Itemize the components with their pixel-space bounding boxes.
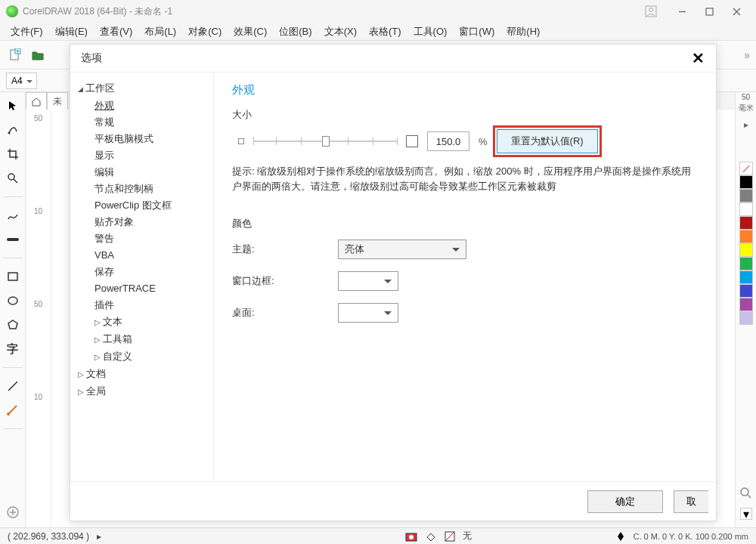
statusbar: ( 202.969, 333.094 ) ▸ 无 C. 0 M. 0 Y. 0 … bbox=[0, 527, 756, 544]
swatch-none[interactable] bbox=[739, 162, 753, 175]
minimize-button[interactable] bbox=[668, 2, 696, 20]
cancel-button[interactable]: 取 bbox=[674, 490, 708, 513]
maximize-button[interactable] bbox=[696, 2, 723, 20]
swatch[interactable] bbox=[739, 311, 753, 325]
size-value-input[interactable]: 150.0 bbox=[427, 131, 469, 151]
tree-vba[interactable]: VBA bbox=[78, 247, 210, 264]
tree-global[interactable]: 全局 bbox=[78, 383, 210, 400]
svg-point-17 bbox=[7, 413, 10, 416]
status-nofill-icon bbox=[445, 531, 455, 542]
swatch[interactable] bbox=[739, 243, 753, 257]
connector-tool-icon[interactable] bbox=[4, 401, 22, 419]
dialog-close-button[interactable]: ✕ bbox=[690, 51, 705, 66]
tree-powerclip[interactable]: PowerClip 图文框 bbox=[78, 197, 210, 214]
text-tool-icon[interactable]: 字 bbox=[4, 340, 22, 358]
cursor-coords: ( 202.969, 333.094 ) bbox=[8, 531, 89, 542]
tree-toolbox[interactable]: 工具箱 bbox=[78, 331, 210, 348]
tree-general[interactable]: 常规 bbox=[78, 114, 210, 131]
menu-text[interactable]: 文本(X) bbox=[318, 25, 363, 39]
content-heading: 外观 bbox=[232, 83, 698, 97]
paper-size-select[interactable]: A4 bbox=[6, 73, 37, 89]
zoom-fit-icon[interactable] bbox=[739, 487, 753, 503]
tree-snap[interactable]: 贴齐对象 bbox=[78, 214, 210, 230]
tree-plugins[interactable]: 插件 bbox=[78, 297, 210, 314]
tree-customize[interactable]: 自定义 bbox=[78, 348, 210, 366]
toolbar-overflow-icon[interactable]: » bbox=[744, 49, 750, 61]
tree-save[interactable]: 保存 bbox=[78, 264, 210, 280]
add-page-icon[interactable] bbox=[4, 503, 22, 521]
tree-workspace[interactable]: 工作区 bbox=[78, 80, 210, 97]
tree-edit[interactable]: 编辑 bbox=[78, 164, 210, 181]
swatch[interactable] bbox=[739, 175, 753, 189]
tree-display[interactable]: 显示 bbox=[78, 147, 210, 164]
tree-appearance[interactable]: 外观 bbox=[78, 97, 210, 114]
status-play-icon[interactable]: ▸ bbox=[97, 531, 101, 542]
status-cmyk: C. 0 M. 0 Y. 0 K. 100 0.200 mm bbox=[634, 532, 748, 541]
line-tool-icon[interactable] bbox=[4, 377, 22, 395]
right-expand-icon[interactable]: ▸ bbox=[744, 119, 748, 130]
svg-line-22 bbox=[748, 495, 751, 498]
menu-help[interactable]: 帮助(H) bbox=[500, 25, 546, 39]
status-camera-icon[interactable] bbox=[405, 531, 417, 542]
polygon-tool-icon[interactable] bbox=[4, 316, 22, 334]
vertical-ruler: 50 10 50 10 bbox=[26, 110, 51, 527]
swatch[interactable] bbox=[739, 189, 753, 202]
menu-tools[interactable]: 工具(O) bbox=[407, 25, 454, 39]
ruler-num: 50 bbox=[742, 93, 750, 101]
menu-window[interactable]: 窗口(W) bbox=[453, 25, 500, 39]
open-folder-icon[interactable] bbox=[29, 46, 47, 64]
swatch[interactable] bbox=[739, 202, 753, 216]
menu-edit[interactable]: 编辑(E) bbox=[49, 25, 94, 39]
pick-tool-icon[interactable] bbox=[4, 97, 22, 115]
menu-bitmap[interactable]: 位图(B) bbox=[273, 25, 318, 39]
svg-point-10 bbox=[8, 132, 10, 134]
status-fill-icon[interactable] bbox=[425, 531, 437, 542]
swatch[interactable] bbox=[739, 230, 753, 243]
menu-layout[interactable]: 布局(L) bbox=[138, 25, 182, 39]
swatch[interactable] bbox=[739, 216, 753, 230]
border-color-select[interactable] bbox=[338, 271, 398, 291]
shape-tool-icon[interactable] bbox=[4, 121, 22, 139]
theme-label: 主题: bbox=[232, 243, 338, 256]
tree-document[interactable]: 文档 bbox=[78, 366, 210, 383]
zoom-tool-icon[interactable] bbox=[4, 169, 22, 187]
swatch[interactable] bbox=[739, 257, 753, 270]
desktop-label: 桌面: bbox=[232, 306, 338, 320]
doc-tab[interactable]: 未 bbox=[47, 92, 68, 111]
crop-tool-icon[interactable] bbox=[4, 145, 22, 163]
menu-file[interactable]: 文件(F) bbox=[5, 25, 49, 39]
swatch[interactable] bbox=[739, 298, 753, 311]
rectangle-tool-icon[interactable] bbox=[4, 267, 22, 286]
dialog-title: 选项 bbox=[81, 51, 102, 65]
menu-object[interactable]: 对象(C) bbox=[182, 25, 228, 39]
tree-tablet[interactable]: 平板电脑模式 bbox=[78, 131, 210, 147]
user-icon[interactable] bbox=[644, 5, 658, 18]
status-pen-icon[interactable] bbox=[615, 531, 626, 542]
tree-nodes[interactable]: 节点和控制柄 bbox=[78, 181, 210, 197]
tree-text[interactable]: 文本 bbox=[78, 314, 210, 331]
freehand-tool-icon[interactable] bbox=[4, 206, 22, 224]
swatch[interactable] bbox=[739, 270, 753, 284]
artistic-media-icon[interactable] bbox=[4, 230, 22, 249]
tree-powertrace[interactable]: PowerTRACE bbox=[78, 280, 210, 297]
menu-effect[interactable]: 效果(C) bbox=[228, 25, 273, 39]
svg-point-21 bbox=[741, 488, 748, 496]
palette-scroll-icon[interactable]: ▾ bbox=[740, 508, 752, 520]
tree-warnings[interactable]: 警告 bbox=[78, 230, 210, 247]
reset-default-button[interactable]: 重置为默认值(R) bbox=[497, 129, 598, 153]
menu-view[interactable]: 查看(V) bbox=[94, 25, 138, 39]
home-tab[interactable] bbox=[26, 92, 47, 111]
svg-point-11 bbox=[8, 174, 14, 180]
new-doc-icon[interactable] bbox=[6, 46, 24, 64]
desktop-color-select[interactable] bbox=[338, 303, 398, 323]
dialog-footer: 确定 取 bbox=[70, 481, 716, 521]
size-slider[interactable] bbox=[253, 134, 397, 149]
ok-button[interactable]: 确定 bbox=[587, 490, 663, 513]
svg-point-1 bbox=[649, 8, 653, 12]
theme-select[interactable]: 亮体 bbox=[338, 240, 466, 259]
menu-table[interactable]: 表格(T) bbox=[363, 25, 407, 39]
ellipse-tool-icon[interactable] bbox=[4, 292, 22, 310]
close-button[interactable] bbox=[723, 2, 750, 20]
svg-point-14 bbox=[8, 297, 17, 304]
swatch[interactable] bbox=[739, 284, 753, 298]
